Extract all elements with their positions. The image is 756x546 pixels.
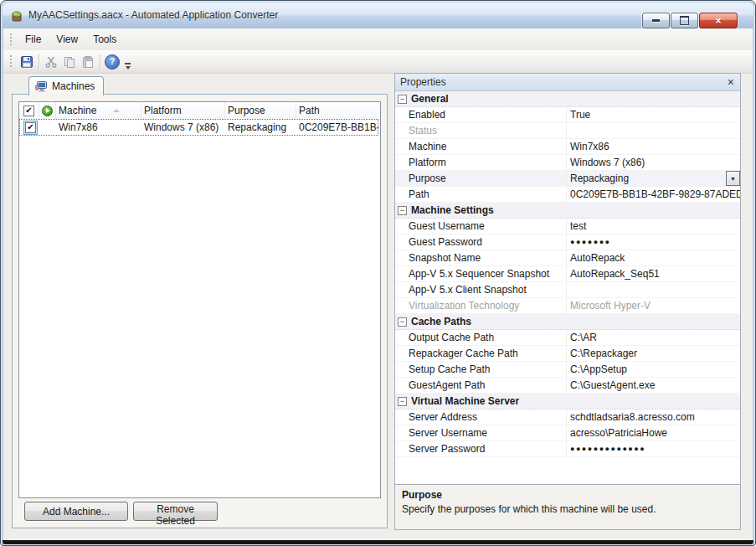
- property-row-server-password[interactable]: Server Password ●●●●●●●●●●●●●: [395, 441, 740, 457]
- property-label: Path: [395, 187, 566, 202]
- property-row-server-username[interactable]: Server Username acresso\PatriciaHowe: [395, 425, 740, 441]
- property-row-machine[interactable]: Machine Win7x86: [395, 139, 740, 155]
- minimize-button[interactable]: [642, 13, 670, 28]
- category-row-general[interactable]: − General: [395, 91, 740, 107]
- properties-panel: Properties × − General Enabled True Stat…: [394, 73, 741, 530]
- collapse-icon[interactable]: −: [398, 397, 407, 406]
- property-value[interactable]: 0C209E7B-BB1B-42BF-9829-87ADED2E8: [566, 187, 740, 202]
- dropdown-button[interactable]: ▼: [726, 171, 740, 186]
- row-platform: Windows 7 (x86): [141, 119, 225, 136]
- copy-button[interactable]: [60, 53, 79, 71]
- select-all-header[interactable]: ✔: [19, 102, 39, 119]
- property-value[interactable]: Win7x86: [566, 139, 740, 154]
- property-row-guestagent-path[interactable]: GuestAgent Path C:\GuestAgent.exe: [395, 378, 740, 394]
- category-row-cache-paths[interactable]: − Cache Paths: [395, 314, 740, 330]
- property-row-snapshot-name[interactable]: Snapshot Name AutoRepack: [395, 250, 740, 266]
- toolbar-separator: [100, 54, 100, 70]
- property-row-output-cache-path[interactable]: Output Cache Path C:\AR: [395, 330, 740, 346]
- row-path: 0C209E7B-BB1B-...: [296, 119, 378, 136]
- machine-row[interactable]: ✔ Win7x86 Windows 7 (x86) Repackaging 0C…: [19, 119, 378, 136]
- property-label: Setup Cache Path: [395, 362, 566, 377]
- property-row-setup-cache-path[interactable]: Setup Cache Path C:\AppSetup: [395, 362, 740, 378]
- category-title: General: [411, 93, 449, 105]
- maximize-button[interactable]: [671, 13, 698, 28]
- select-all-checkbox[interactable]: ✔: [23, 106, 34, 116]
- collapse-icon[interactable]: −: [398, 206, 407, 215]
- close-icon[interactable]: ×: [728, 75, 734, 90]
- property-value[interactable]: C:\GuestAgent.exe: [566, 378, 740, 393]
- properties-title: Properties: [400, 76, 446, 88]
- menu-file[interactable]: File: [18, 31, 49, 48]
- sort-ascending-icon: [113, 109, 120, 112]
- menu-view[interactable]: View: [49, 31, 85, 48]
- play-icon: [46, 108, 50, 113]
- toolbar-separator: [39, 54, 39, 70]
- property-row-purpose[interactable]: Purpose Repackaging ▼: [395, 171, 740, 187]
- toolbar-overflow-button[interactable]: [125, 51, 131, 73]
- property-row-repackager-cache-path[interactable]: Repackager Cache Path C:\Repackager: [395, 346, 740, 362]
- toolbar: ?: [3, 50, 753, 74]
- property-value[interactable]: test: [566, 219, 740, 234]
- property-value[interactable]: acresso\PatriciaHowe: [566, 425, 740, 440]
- column-label: Platform: [144, 105, 182, 116]
- column-header-path[interactable]: Path: [296, 102, 378, 119]
- column-header-platform[interactable]: Platform: [141, 102, 225, 119]
- maximize-icon: [680, 16, 689, 25]
- check-icon: ✔: [25, 106, 32, 115]
- row-checkbox[interactable]: ✔: [25, 122, 36, 133]
- property-value[interactable]: True: [566, 107, 740, 122]
- property-label: GuestAgent Path: [395, 378, 566, 393]
- close-button[interactable]: ×: [699, 13, 738, 28]
- property-row-guest-username[interactable]: Guest Username test: [395, 219, 740, 234]
- property-value[interactable]: ●●●●●●●: [566, 234, 740, 250]
- property-row-appv-client-snapshot[interactable]: App-V 5.x Client Snapshot: [395, 282, 740, 298]
- property-value[interactable]: AutoRepack: [566, 250, 740, 265]
- property-value[interactable]: schdtladsaria8.acresso.com: [566, 410, 740, 425]
- property-value[interactable]: C:\Repackager: [566, 346, 740, 361]
- property-label: Snapshot Name: [395, 250, 566, 265]
- property-row-server-address[interactable]: Server Address schdtladsaria8.acresso.co…: [395, 410, 740, 425]
- property-row-appv-sequencer-snapshot[interactable]: App-V 5.x Sequencer Snapshot AutoRepack_…: [395, 266, 740, 282]
- property-row-guest-password[interactable]: Guest Password ●●●●●●●: [395, 234, 740, 250]
- property-label: Output Cache Path: [395, 330, 566, 345]
- property-row-enabled[interactable]: Enabled True: [395, 107, 740, 123]
- save-button[interactable]: [18, 53, 36, 71]
- collapse-icon[interactable]: −: [398, 317, 407, 327]
- paste-button[interactable]: [79, 53, 97, 71]
- cut-button[interactable]: [42, 53, 60, 71]
- property-value-text: Repackaging: [570, 173, 629, 184]
- remove-selected-button[interactable]: Remove Selected: [133, 502, 218, 521]
- tab-machines[interactable]: Machines: [28, 76, 104, 95]
- category-title: Cache Paths: [411, 316, 471, 327]
- window-title: MyAACSettings.aacx - Automated Applicati…: [28, 9, 278, 21]
- property-row-status[interactable]: Status: [395, 123, 740, 139]
- property-label: Machine: [395, 139, 566, 154]
- category-row-machine-settings[interactable]: − Machine Settings: [395, 203, 740, 219]
- machine-list[interactable]: [18, 101, 381, 498]
- menu-tools[interactable]: Tools: [85, 31, 124, 48]
- property-value[interactable]: Windows 7 (x86): [566, 155, 740, 170]
- property-row-platform[interactable]: Platform Windows 7 (x86): [395, 155, 740, 171]
- property-grid: − General Enabled True Status Machine Wi…: [395, 91, 740, 457]
- column-header-machine[interactable]: Machine: [56, 102, 141, 119]
- property-value[interactable]: Repackaging ▼: [566, 171, 740, 186]
- property-value[interactable]: C:\AR: [566, 330, 740, 345]
- save-icon: [20, 55, 33, 69]
- add-machine-button[interactable]: Add Machine...: [24, 502, 128, 521]
- property-value[interactable]: ●●●●●●●●●●●●●: [566, 441, 740, 456]
- description-title: Purpose: [402, 489, 733, 501]
- collapse-icon[interactable]: −: [398, 95, 407, 104]
- status-column-header[interactable]: [39, 102, 56, 119]
- property-value[interactable]: [566, 282, 740, 297]
- property-row-path[interactable]: Path 0C209E7B-BB1B-42BF-9829-87ADED2E8: [395, 187, 740, 203]
- property-row-virtualization-technology[interactable]: Virtualization Technology Microsoft Hype…: [395, 298, 740, 314]
- category-row-virtual-machine-server[interactable]: − Virtual Machine Server: [395, 394, 740, 410]
- column-header-purpose[interactable]: Purpose: [225, 102, 296, 119]
- overflow-icon: [125, 63, 131, 64]
- property-value[interactable]: AutoRepack_Seq51: [566, 266, 740, 281]
- help-button[interactable]: ?: [103, 53, 121, 71]
- property-label: Purpose: [395, 171, 566, 186]
- copy-icon: [63, 55, 76, 69]
- property-value[interactable]: C:\AppSetup: [566, 362, 740, 377]
- title-bar[interactable]: MyAACSettings.aacx - Automated Applicati…: [3, 3, 753, 28]
